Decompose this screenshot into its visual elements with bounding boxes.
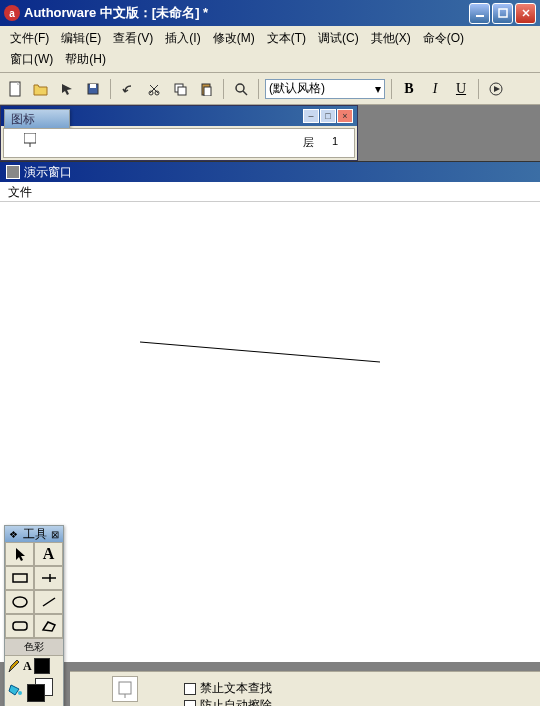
- svg-rect-14: [204, 87, 211, 96]
- flowline-minimize-button[interactable]: –: [303, 109, 319, 123]
- layer-label: 层: [303, 135, 314, 150]
- find-icon[interactable]: [230, 78, 252, 100]
- rounded-rect-tool[interactable]: [5, 614, 34, 638]
- menu-insert[interactable]: 插入(I): [159, 28, 206, 49]
- window-title: Authorware 中文版：[未命名] *: [24, 4, 469, 22]
- svg-line-23: [140, 342, 380, 362]
- svg-line-29: [43, 598, 55, 606]
- diagonal-line-tool[interactable]: [34, 590, 63, 614]
- color-section-label: 色彩: [5, 638, 63, 656]
- flowline-body[interactable]: 层 1: [3, 128, 355, 158]
- pencil-icon: [7, 658, 21, 674]
- presentation-window: 演示窗口 文件: [0, 161, 540, 662]
- maximize-button[interactable]: [492, 3, 513, 24]
- bucket-icon[interactable]: [7, 683, 23, 697]
- save-icon[interactable]: [82, 78, 104, 100]
- close-button[interactable]: [515, 3, 536, 24]
- icons-panel-title[interactable]: 图标: [5, 110, 69, 128]
- tools-panel-titlebar[interactable]: ❖ 工具 ⊠: [5, 526, 63, 542]
- italic-button[interactable]: I: [424, 78, 446, 100]
- svg-line-16: [243, 91, 247, 95]
- check-disable-text-search[interactable]: 禁止文本查找: [184, 680, 536, 697]
- svg-point-31: [18, 691, 22, 695]
- window-titlebar: a Authorware 中文版：[未命名] *: [0, 0, 540, 26]
- svg-point-28: [13, 597, 27, 607]
- presentation-titlebar[interactable]: 演示窗口: [0, 162, 540, 182]
- toolbar: (默认风格) ▾ B I U: [0, 73, 540, 105]
- style-dropdown-label: (默认风格): [269, 80, 325, 97]
- menu-debug[interactable]: 调试(C): [312, 28, 365, 49]
- run-icon[interactable]: [485, 78, 507, 100]
- menu-file[interactable]: 文件(F): [4, 28, 55, 49]
- window-controls: [469, 3, 536, 24]
- svg-point-15: [236, 84, 244, 92]
- ellipse-tool[interactable]: [5, 590, 34, 614]
- pointer-tool[interactable]: [5, 542, 34, 566]
- inspector-area: 打开 禁止文本查找 防止自动擦除 擦除以前内容 直接写屏: [70, 671, 540, 706]
- flowline-close-button[interactable]: ×: [337, 109, 353, 123]
- workspace: 图标 ? [未命名] – □ × 层 1 演示窗口 文件: [0, 105, 540, 706]
- minimize-button[interactable]: [469, 3, 490, 24]
- presentation-canvas[interactable]: [0, 202, 540, 662]
- fg-bg-color-swatch[interactable]: [27, 678, 55, 702]
- presentation-menu-file[interactable]: 文件: [8, 185, 32, 199]
- text-tool[interactable]: A: [34, 542, 63, 566]
- paste-icon[interactable]: [195, 78, 217, 100]
- new-file-icon[interactable]: [4, 78, 26, 100]
- check-prevent-auto-erase[interactable]: 防止自动擦除: [184, 697, 536, 706]
- copy-icon[interactable]: [169, 78, 191, 100]
- menu-edit[interactable]: 编辑(E): [55, 28, 107, 49]
- menu-text[interactable]: 文本(T): [261, 28, 312, 49]
- svg-rect-30: [13, 622, 27, 630]
- open-file-icon[interactable]: [30, 78, 52, 100]
- bold-button[interactable]: B: [398, 78, 420, 100]
- presentation-menubar: 文件: [0, 182, 540, 202]
- polygon-tool[interactable]: [34, 614, 63, 638]
- svg-rect-12: [178, 87, 186, 95]
- line-tool[interactable]: [34, 566, 63, 590]
- svg-rect-34: [119, 682, 131, 694]
- menu-command[interactable]: 命令(O): [417, 28, 470, 49]
- display-icon[interactable]: [24, 133, 36, 147]
- layer-number: 1: [332, 135, 338, 147]
- flowline-maximize-button[interactable]: □: [320, 109, 336, 123]
- menu-help[interactable]: 帮助(H): [59, 49, 112, 70]
- text-color-swatch[interactable]: [34, 658, 50, 674]
- chevron-down-icon: ▾: [375, 82, 381, 96]
- tools-panel: ❖ 工具 ⊠ A 色彩 A 线型: [4, 525, 64, 706]
- rectangle-tool[interactable]: [5, 566, 34, 590]
- check-label: 防止自动擦除: [200, 697, 272, 706]
- icon-preview[interactable]: [112, 676, 138, 702]
- svg-rect-6: [90, 84, 96, 88]
- presentation-title-text: 演示窗口: [24, 164, 72, 181]
- svg-rect-0: [476, 15, 484, 17]
- menu-window[interactable]: 窗口(W): [4, 49, 59, 70]
- check-label: 禁止文本查找: [200, 680, 272, 697]
- tools-panel-title-text: 工具: [23, 526, 47, 543]
- menubar: 文件(F) 编辑(E) 查看(V) 插入(I) 修改(M) 文本(T) 调试(C…: [0, 26, 540, 73]
- icons-panel-title-text: 图标: [11, 111, 35, 128]
- svg-rect-1: [499, 9, 507, 17]
- arrow-icon[interactable]: [56, 78, 78, 100]
- style-dropdown[interactable]: (默认风格) ▾: [265, 79, 385, 99]
- app-icon: a: [4, 5, 20, 21]
- underline-button[interactable]: U: [450, 78, 472, 100]
- menu-view[interactable]: 查看(V): [107, 28, 159, 49]
- svg-rect-24: [13, 574, 27, 582]
- cut-icon[interactable]: [143, 78, 165, 100]
- menu-other[interactable]: 其他(X): [365, 28, 417, 49]
- tools-panel-close-icon[interactable]: ⊠: [51, 529, 59, 540]
- presentation-icon: [6, 165, 20, 179]
- svg-rect-21: [24, 133, 36, 143]
- menu-modify[interactable]: 修改(M): [207, 28, 261, 49]
- undo-icon[interactable]: [117, 78, 139, 100]
